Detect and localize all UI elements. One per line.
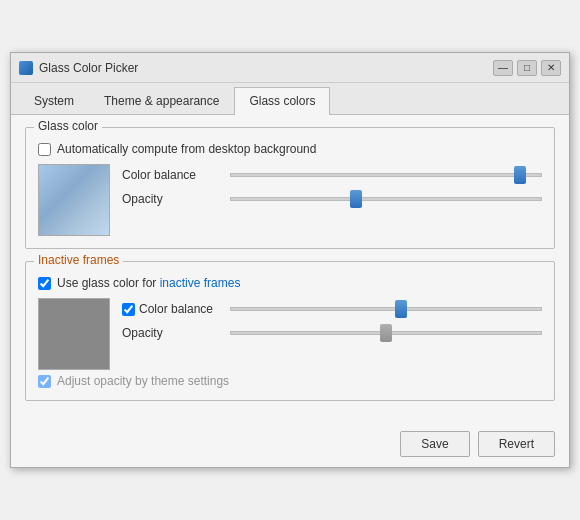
inactive-opacity-row: Opacity bbox=[122, 326, 542, 340]
window-title: Glass Color Picker bbox=[39, 61, 138, 75]
minimize-button[interactable]: — bbox=[493, 60, 513, 76]
inactive-frames-title: Inactive frames bbox=[34, 253, 123, 267]
glass-color-balance-row: Color balance bbox=[122, 168, 542, 182]
main-window: Glass Color Picker — □ ✕ System Theme & … bbox=[10, 52, 570, 468]
glass-opacity-label: Opacity bbox=[122, 192, 163, 206]
tab-system[interactable]: System bbox=[19, 87, 89, 114]
inactive-opacity-slider[interactable] bbox=[230, 331, 542, 335]
close-button[interactable]: ✕ bbox=[541, 60, 561, 76]
inactive-color-preview bbox=[38, 298, 110, 370]
tab-theme[interactable]: Theme & appearance bbox=[89, 87, 234, 114]
inactive-color-balance-slider[interactable] bbox=[230, 307, 542, 311]
glass-color-group: Glass color Automatically compute from d… bbox=[25, 127, 555, 249]
inactive-opacity-label: Opacity bbox=[122, 326, 163, 340]
tab-glass[interactable]: Glass colors bbox=[234, 87, 330, 115]
glass-opacity-row: Opacity bbox=[122, 192, 542, 206]
inactive-color-section: Color balance Opacity bbox=[38, 298, 542, 370]
revert-button[interactable]: Revert bbox=[478, 431, 555, 457]
footer: Save Revert bbox=[11, 423, 569, 467]
save-button[interactable]: Save bbox=[400, 431, 469, 457]
glass-color-balance-slider[interactable] bbox=[230, 173, 542, 177]
glass-sliders: Color balance Opacity bbox=[122, 164, 542, 206]
use-glass-checkbox[interactable] bbox=[38, 277, 51, 290]
glass-color-balance-label: Color balance bbox=[122, 168, 196, 182]
title-bar: Glass Color Picker — □ ✕ bbox=[11, 53, 569, 83]
inactive-color-balance-checkbox[interactable] bbox=[122, 303, 135, 316]
auto-compute-checkbox[interactable] bbox=[38, 143, 51, 156]
auto-compute-row: Automatically compute from desktop backg… bbox=[38, 142, 542, 156]
use-glass-label: Use glass color for inactive frames bbox=[57, 276, 240, 290]
adjust-opacity-label: Adjust opacity by theme settings bbox=[57, 374, 229, 388]
inactive-color-balance-label: Color balance bbox=[139, 302, 213, 316]
tab-bar: System Theme & appearance Glass colors bbox=[11, 83, 569, 115]
app-icon bbox=[19, 61, 33, 75]
glass-color-section: Color balance Opacity bbox=[38, 164, 542, 236]
title-bar-left: Glass Color Picker bbox=[19, 61, 138, 75]
adjust-opacity-checkbox[interactable] bbox=[38, 375, 51, 388]
use-glass-row: Use glass color for inactive frames bbox=[38, 276, 542, 290]
glass-opacity-slider[interactable] bbox=[230, 197, 542, 201]
glass-color-preview bbox=[38, 164, 110, 236]
title-bar-controls: — □ ✕ bbox=[493, 60, 561, 76]
inactive-frames-group: Inactive frames Use glass color for inac… bbox=[25, 261, 555, 401]
inactive-color-balance-row: Color balance bbox=[122, 302, 542, 316]
maximize-button[interactable]: □ bbox=[517, 60, 537, 76]
content-area: Glass color Automatically compute from d… bbox=[11, 115, 569, 423]
glass-color-title: Glass color bbox=[34, 119, 102, 133]
inactive-sliders: Color balance Opacity bbox=[122, 298, 542, 340]
auto-compute-label: Automatically compute from desktop backg… bbox=[57, 142, 316, 156]
